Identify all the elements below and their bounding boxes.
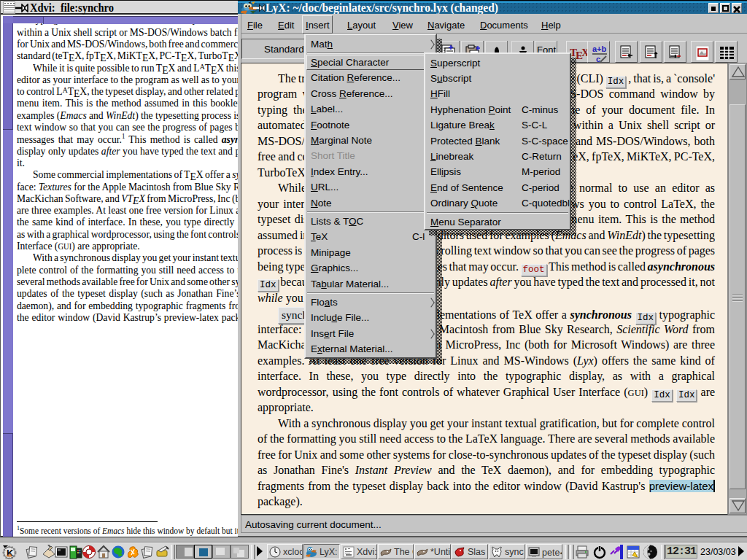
svg-text:a+b: a+b [592, 44, 607, 53]
